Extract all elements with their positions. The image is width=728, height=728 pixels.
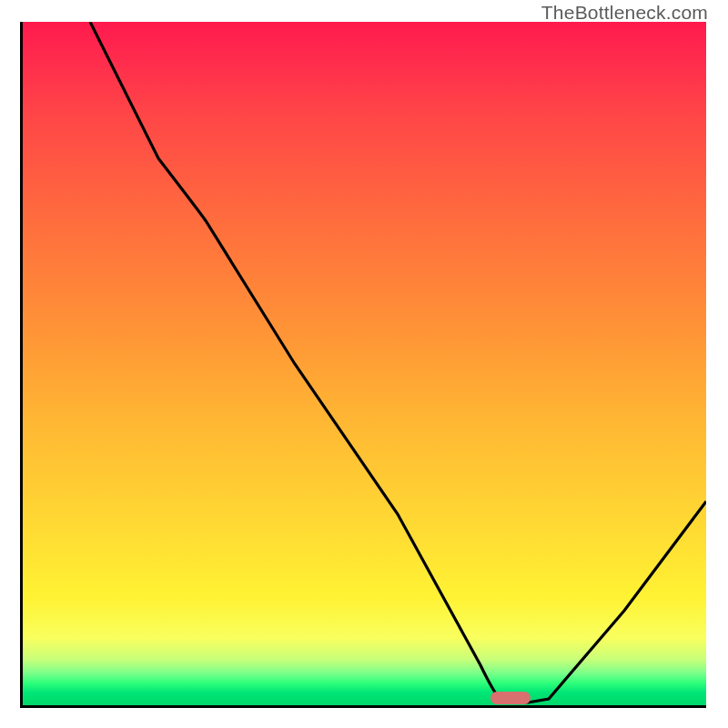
chart-stage: TheBottleneck.com [0,0,728,728]
watermark-text: TheBottleneck.com [541,2,708,24]
y-axis [20,22,23,708]
plot-area [22,22,706,706]
min-marker [490,692,531,704]
x-axis [22,705,706,708]
bottleneck-curve [90,22,706,703]
curve-layer [22,22,706,706]
